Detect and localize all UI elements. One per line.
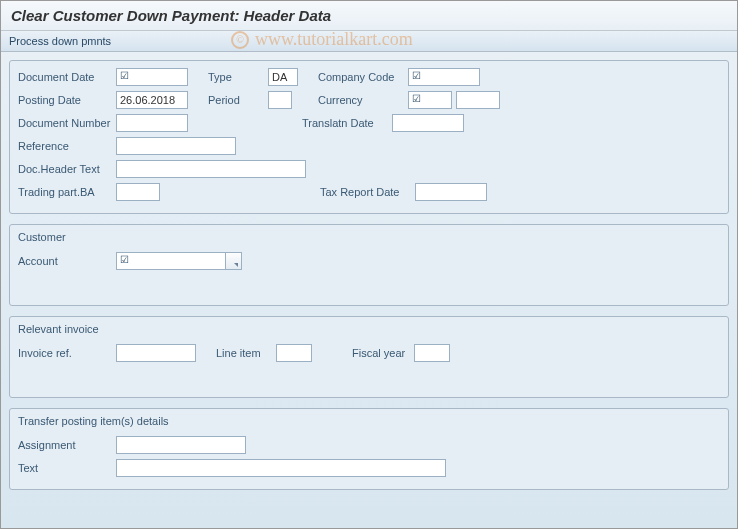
- customer-panel-title: Customer: [18, 229, 720, 245]
- type-label: Type: [208, 71, 268, 83]
- relevant-invoice-panel: Relevant invoice Invoice ref. Line item …: [9, 316, 729, 398]
- tax-report-date-label: Tax Report Date: [320, 186, 415, 198]
- document-date-label: Document Date: [18, 71, 116, 83]
- trading-part-ba-input[interactable]: [116, 183, 160, 201]
- assignment-input[interactable]: [116, 436, 246, 454]
- assignment-label: Assignment: [18, 439, 116, 451]
- doc-header-text-input[interactable]: [116, 160, 306, 178]
- type-input[interactable]: [268, 68, 298, 86]
- account-input[interactable]: [116, 252, 226, 270]
- transfer-posting-panel: Transfer posting item(s) details Assignm…: [9, 408, 729, 490]
- reference-input[interactable]: [116, 137, 236, 155]
- main-form-area: Document Date ☑ Type Company Code ☑ Post…: [1, 52, 737, 529]
- translatn-date-label: Translatn Date: [302, 117, 392, 129]
- posting-date-label: Posting Date: [18, 94, 116, 106]
- period-input[interactable]: [268, 91, 292, 109]
- transfer-posting-title: Transfer posting item(s) details: [18, 413, 720, 429]
- document-number-input[interactable]: [116, 114, 188, 132]
- fiscal-year-label: Fiscal year: [352, 347, 414, 359]
- invoice-ref-input[interactable]: [116, 344, 196, 362]
- reference-label: Reference: [18, 140, 116, 152]
- text-input[interactable]: [116, 459, 446, 477]
- currency-label: Currency: [318, 94, 408, 106]
- translatn-date-input[interactable]: [392, 114, 464, 132]
- trading-part-ba-label: Trading part.BA: [18, 186, 116, 198]
- doc-header-text-label: Doc.Header Text: [18, 163, 116, 175]
- account-label: Account: [18, 255, 116, 267]
- company-code-input[interactable]: [408, 68, 480, 86]
- customer-panel: Customer Account ☑: [9, 224, 729, 306]
- currency-rate-input[interactable]: [456, 91, 500, 109]
- account-search-help-icon[interactable]: [226, 252, 242, 270]
- document-number-label: Document Number: [18, 117, 116, 129]
- process-down-pmnts-link[interactable]: Process down pmnts: [9, 35, 111, 47]
- currency-input[interactable]: [408, 91, 452, 109]
- posting-date-input[interactable]: [116, 91, 188, 109]
- tax-report-date-input[interactable]: [415, 183, 487, 201]
- document-date-input[interactable]: [116, 68, 188, 86]
- header-data-panel: Document Date ☑ Type Company Code ☑ Post…: [9, 60, 729, 214]
- line-item-input[interactable]: [276, 344, 312, 362]
- fiscal-year-input[interactable]: [414, 344, 450, 362]
- company-code-label: Company Code: [318, 71, 408, 83]
- line-item-label: Line item: [216, 347, 276, 359]
- relevant-invoice-title: Relevant invoice: [18, 321, 720, 337]
- invoice-ref-label: Invoice ref.: [18, 347, 116, 359]
- text-label: Text: [18, 462, 116, 474]
- period-label: Period: [208, 94, 268, 106]
- toolbar: Process down pmnts: [1, 31, 737, 52]
- page-title: Clear Customer Down Payment: Header Data: [1, 1, 737, 31]
